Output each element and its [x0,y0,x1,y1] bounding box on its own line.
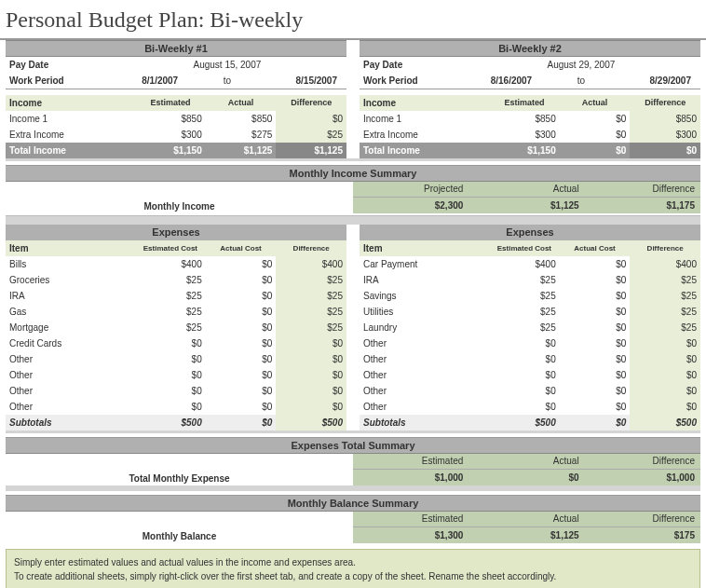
expense-est[interactable]: $25 [135,272,206,288]
income-name[interactable]: Extra Income [6,127,135,143]
expense-act[interactable]: $0 [206,272,277,288]
expense-act[interactable]: $0 [560,383,631,399]
work-to[interactable]: 8/15/2007 [267,73,346,89]
expense-name[interactable]: Other [6,383,135,399]
expense-est[interactable]: $0 [135,399,206,415]
income-act[interactable]: $0 [560,111,631,127]
expense-est[interactable]: $0 [489,367,560,383]
expense-act[interactable]: $0 [206,399,277,415]
expense-name[interactable]: Bills [6,256,135,272]
expense-est[interactable]: $25 [489,288,560,304]
expense-name[interactable]: Other [360,367,489,383]
expense-act[interactable]: $0 [560,272,631,288]
expense-est[interactable]: $0 [489,383,560,399]
expense-est[interactable]: $0 [135,367,206,383]
expense-est[interactable]: $0 [135,383,206,399]
expense-name[interactable]: Gas [6,304,135,320]
expense-name[interactable]: Other [360,399,489,415]
expense-act[interactable]: $0 [206,288,277,304]
expense-name[interactable]: Other [6,351,135,367]
expense-act[interactable]: $0 [206,351,277,367]
expense-est[interactable]: $0 [489,399,560,415]
expense-name[interactable]: Other [360,335,489,351]
work-to-label: to [187,73,266,89]
biweekly-header: Bi-Weekly #1 [6,40,346,57]
expense-act[interactable]: $0 [206,367,277,383]
expense-act[interactable]: $0 [206,304,277,320]
income-act[interactable]: $275 [206,127,277,143]
expense-name[interactable]: Other [360,383,489,399]
expense-act[interactable]: $0 [560,304,631,320]
expense-name[interactable]: Mortgage [6,320,135,335]
income-est[interactable]: $300 [135,127,206,143]
expense-est[interactable]: $0 [135,351,206,367]
expense-name[interactable]: Utilities [360,304,489,320]
income-header: Income [6,95,135,111]
expense-name[interactable]: IRA [360,272,489,288]
total-expense-label: Total Monthly Expense [6,454,353,485]
expense-est[interactable]: $25 [489,320,560,335]
expense-name[interactable]: IRA [6,288,135,304]
income-est[interactable]: $850 [135,111,206,127]
income-name[interactable]: Income 1 [360,111,489,127]
expense-est[interactable]: $25 [135,320,206,335]
col-estimated: Estimated [353,454,468,470]
expense-act[interactable]: $0 [206,335,277,351]
col-actual: Actual [468,454,584,470]
income-total-label: Total Income [6,143,135,158]
income-name[interactable]: Extra Income [360,127,489,143]
expense-row: Mortgage $25 $0 $25 [6,320,346,335]
expense-est[interactable]: $0 [489,335,560,351]
expense-name[interactable]: Car Payment [360,256,489,272]
income-row: Extra Income $300 $275 $25 [6,127,346,143]
expense-act[interactable]: $0 [206,320,277,335]
expense-act[interactable]: $0 [560,320,631,335]
expense-name[interactable]: Groceries [6,272,135,288]
expense-est[interactable]: $0 [489,351,560,367]
expense-est[interactable]: $25 [489,272,560,288]
expense-columns: Expenses Item Estimated Cost Actual Cost… [0,225,706,431]
income-est[interactable]: $300 [489,127,560,143]
expense-row: Other $0 $0 $0 [6,399,346,415]
income-est[interactable]: $850 [489,111,560,127]
expense-est[interactable]: $25 [135,304,206,320]
expense-row: Credit Cards $0 $0 $0 [6,335,346,351]
income-name[interactable]: Income 1 [6,111,135,127]
expense-diff: $0 [630,367,700,383]
expense-name[interactable]: Other [360,351,489,367]
expense-act[interactable]: $0 [560,351,631,367]
expense-est[interactable]: $400 [135,256,206,272]
work-from[interactable]: 8/16/2007 [462,73,541,89]
expense-name[interactable]: Savings [360,288,489,304]
expense-act[interactable]: $0 [560,288,631,304]
expense-diff: $400 [630,256,700,272]
expense-rows: Car Payment $400 $0 $400 IRA $25 $0 $25 … [360,256,700,415]
expense-act[interactable]: $0 [560,335,631,351]
col-projected: Projected [353,182,468,198]
income-act[interactable]: $850 [206,111,277,127]
income-rows: Income 1 $850 $850 $0 Extra Income $300 … [6,111,346,143]
pay-date-value[interactable]: August 15, 2007 [108,57,346,73]
expense-name[interactable]: Other [6,399,135,415]
col-actual: Actual [560,95,631,111]
pay-date-value[interactable]: August 29, 2007 [462,57,700,73]
work-to[interactable]: 8/29/2007 [621,73,700,89]
expense-est[interactable]: $400 [489,256,560,272]
expense-act[interactable]: $0 [206,256,277,272]
expense-act[interactable]: $0 [560,399,631,415]
expense-act[interactable]: $0 [560,367,631,383]
biweekly-1: Bi-Weekly #1 Pay Date August 15, 2007 Wo… [6,40,346,158]
income-row: Extra Income $300 $0 $300 [360,127,700,143]
income-total-act: $1,125 [206,143,277,158]
expense-est[interactable]: $25 [135,288,206,304]
income-act[interactable]: $0 [560,127,631,143]
expense-name[interactable]: Credit Cards [6,335,135,351]
monthly-income-label: Monthly Income [6,182,353,213]
work-from[interactable]: 8/1/2007 [108,73,187,89]
expense-name[interactable]: Laundry [360,320,489,335]
expense-act[interactable]: $0 [560,256,631,272]
expense-name[interactable]: Other [6,367,135,383]
expense-est[interactable]: $25 [489,304,560,320]
expense-act[interactable]: $0 [206,383,277,399]
expense-est[interactable]: $0 [135,335,206,351]
